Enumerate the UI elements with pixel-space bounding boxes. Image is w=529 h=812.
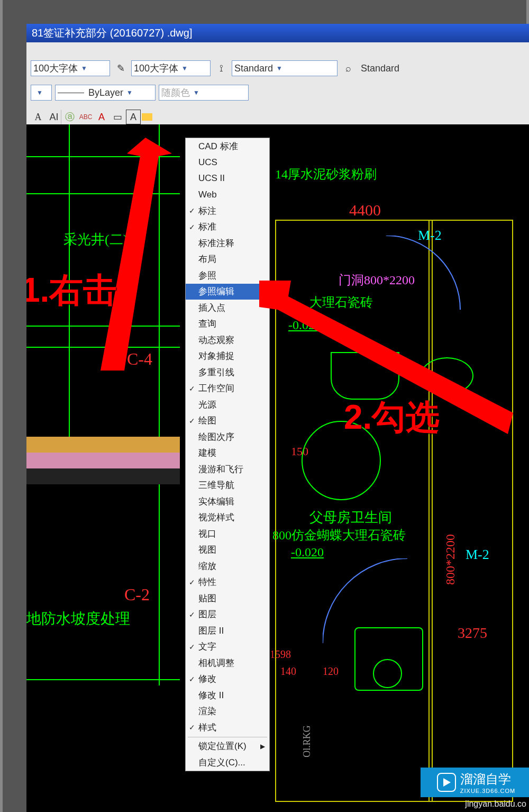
dim-120: 120 [323, 665, 339, 678]
menu-item[interactable]: CAD 标准 [186, 138, 269, 155]
chevron-down-icon: ▼ [37, 89, 43, 96]
boxed-A-icon[interactable]: A [126, 110, 141, 124]
menu-item[interactable]: ✓绘图 [186, 413, 269, 429]
abc-icon[interactable]: ABC [78, 110, 93, 124]
check-icon: ✓ [189, 610, 195, 619]
menu-item-label: 工作空间 [198, 382, 234, 394]
menu-item[interactable]: 相机调整 [186, 655, 269, 671]
menu-item-label: 修改 [198, 673, 216, 685]
find-icon[interactable]: ⓐ [62, 110, 77, 124]
ruler-icon[interactable] [142, 113, 152, 121]
check-icon: ✓ [189, 578, 195, 587]
menu-item[interactable]: 贴图 [186, 590, 269, 607]
window-titlebar: 81签证补充部分 (20160727) .dwg] [26, 24, 529, 42]
text-style-icon[interactable]: ✎ [113, 61, 128, 76]
menu-item[interactable]: Web [186, 187, 269, 203]
menu-item[interactable]: ✓特性 [186, 574, 269, 591]
menu-item-label: 锁定位置(K) [198, 740, 247, 752]
menu-item-label: 贴图 [198, 592, 216, 605]
menu-item[interactable]: 光源 [186, 396, 269, 413]
chevron-down-icon: ▼ [276, 65, 282, 72]
dim-4400: 4400 [349, 201, 381, 219]
linetype-combo[interactable]: ByLayer ▼ [55, 85, 156, 101]
menu-item[interactable]: UCS [186, 155, 269, 171]
menu-item-label: 相机调整 [198, 657, 234, 669]
svg-marker-0 [101, 138, 172, 371]
text-AI-icon[interactable]: AI [47, 110, 61, 124]
menu-item[interactable]: 修改 II [186, 687, 269, 703]
menu-item[interactable]: 标准注释 [186, 235, 269, 251]
menu-item[interactable]: 渲染 [186, 703, 269, 720]
menu-item[interactable]: 动态观察 [186, 332, 269, 348]
menu-item[interactable]: 视口 [186, 526, 269, 542]
dim-800x2200: 800*2200 [443, 534, 458, 585]
menu-item-label: 自定义(C)... [198, 756, 245, 769]
A-red-icon[interactable]: A [94, 110, 109, 124]
menu-item[interactable]: 绘图次序 [186, 429, 269, 445]
menu-item[interactable]: 参照 [186, 267, 269, 284]
dim-style-icon[interactable]: ⟟ [214, 61, 229, 76]
check-icon: ✓ [189, 417, 195, 425]
menu-item[interactable]: 布局 [186, 251, 269, 268]
menu-item-label: 动态观察 [198, 334, 234, 346]
menu-item[interactable]: 参照编辑 [186, 284, 269, 300]
toolbar-row-1: 100大字体 ▼ ✎ 100大字体 ▼ ⟟ Standard ▼ ⌕ Stand… [26, 56, 529, 80]
menu-item-label: 视口 [198, 528, 216, 540]
menu-item[interactable]: 多重引线 [186, 364, 269, 381]
menu-item-label: 绘图次序 [198, 431, 234, 443]
font-combo-1[interactable]: 100大字体 ▼ [31, 60, 110, 76]
menu-item[interactable]: 视图 [186, 542, 269, 558]
menu-item-label: 特性 [198, 576, 216, 588]
menu-item[interactable]: 对象捕捉 [186, 348, 269, 365]
menu-item-label: 漫游和飞行 [198, 463, 243, 475]
toolbar-context-menu[interactable]: CAD 标准UCSUCS IIWeb✓标注✓标准标准注释布局参照参照编辑插入点查… [185, 138, 270, 771]
menu-item[interactable]: ✓修改 [186, 671, 269, 688]
menu-item-label: UCS [198, 157, 217, 168]
menu-item[interactable]: ✓标准 [186, 219, 269, 236]
menu-item-label: CAD 标准 [198, 140, 238, 152]
menu-item[interactable]: 实体编辑 [186, 493, 269, 510]
menu-item[interactable]: 查询 [186, 316, 269, 332]
menu-item-label: 渲染 [198, 705, 216, 717]
menu-item[interactable]: ✓样式 [186, 719, 269, 736]
menu-item[interactable]: 建模 [186, 445, 269, 462]
menu-item[interactable]: UCS II [186, 170, 269, 187]
menu-separator [188, 737, 267, 737]
menu-item-label: 修改 II [198, 689, 224, 701]
menu-item[interactable]: 图层 II [186, 622, 269, 639]
menu-item[interactable]: 自定义(C)... [186, 754, 269, 771]
color-combo[interactable]: 随颜色 ▼ [159, 85, 249, 101]
menu-item[interactable]: 三维导航 [186, 477, 269, 494]
watermark-sub: ZIXUE.3D66.COM [460, 788, 515, 794]
scale-icon[interactable]: ▭ [110, 110, 125, 124]
dim-1598: 1598 [270, 648, 291, 661]
table-style-icon[interactable]: ⌕ [341, 61, 355, 76]
watermark-brand: 溜溜自学 [460, 771, 515, 788]
linetype-value: ByLayer [88, 87, 123, 98]
menu-item[interactable]: ✓图层 [186, 607, 269, 623]
menu-item-label: 查询 [198, 318, 216, 330]
tablestyle-combo[interactable]: Standard [359, 60, 443, 76]
text-A-icon[interactable]: A [31, 110, 45, 124]
menu-item[interactable]: 插入点 [186, 300, 269, 316]
dimstyle-combo[interactable]: Standard ▼ [232, 60, 338, 76]
menu-item[interactable]: 视觉样式 [186, 510, 269, 526]
menu-item[interactable]: ✓工作空间 [186, 381, 269, 397]
menu-item-label: 参照 [198, 269, 216, 282]
small-combo[interactable]: ▼ [31, 85, 52, 101]
door-arc-2 [323, 558, 418, 654]
label-m2b: M-2 [466, 547, 489, 563]
menu-item[interactable]: 锁定位置(K)▶ [186, 738, 269, 755]
font-combo-2-value: 100大字体 [134, 62, 178, 75]
dimstyle-value: Standard [234, 63, 273, 74]
label-neg0020b: -0.020 [291, 545, 324, 560]
menu-item[interactable]: ✓文字 [186, 639, 269, 655]
menu-item[interactable]: 漫游和飞行 [186, 461, 269, 477]
font-combo-2[interactable]: 100大字体 ▼ [131, 60, 211, 76]
label-fangshuipo: 地防水坡度处理 [26, 609, 130, 629]
menu-item-label: Web [198, 190, 217, 200]
menu-item[interactable]: ✓标注 [186, 203, 269, 219]
check-icon: ✓ [189, 643, 195, 651]
menu-item[interactable]: 缩放 [186, 558, 269, 574]
menu-item-label: 图层 II [198, 625, 224, 637]
